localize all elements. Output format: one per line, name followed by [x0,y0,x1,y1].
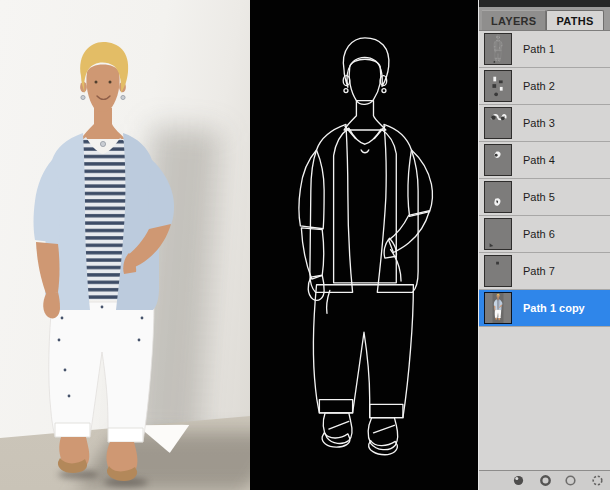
panel-footer [479,470,610,490]
work-path-icon[interactable] [591,474,604,487]
tab-layers[interactable]: LAYERS [482,10,546,30]
panel-top-strip [479,0,610,7]
dot-top-thumb[interactable] [484,255,512,287]
path-label: Path 6 [523,228,555,240]
path-label: Path 1 copy [523,302,585,314]
path-row-7[interactable]: Path 7 [479,253,610,290]
necklace-pendant [100,141,105,146]
paths-panel: LAYERS PATHS Path 1 Path 2 Path 3 [478,0,610,490]
path-row-1-copy[interactable]: Path 1 copy [479,290,610,327]
path-row-6[interactable]: Path 6 [479,216,610,253]
model-figure [2,40,202,490]
path-label: Path 4 [523,154,555,166]
path-row-2[interactable]: Path 2 [479,68,610,105]
tab-paths[interactable]: PATHS [546,10,603,30]
path-label: Path 7 [523,265,555,277]
path-label: Path 5 [523,191,555,203]
panel-empty-area [479,327,610,470]
path-label: Path 1 [523,43,555,55]
fragments-thumb[interactable] [484,70,512,102]
path-label: Path 3 [523,117,555,129]
small-blob-thumb[interactable] [484,144,512,176]
figure-outline [269,36,459,487]
dot-bottom-left-thumb[interactable] [484,218,512,250]
app-window: LAYERS PATHS Path 1 Path 2 Path 3 [0,0,610,490]
paths-list: Path 1 Path 2 Path 3 Path 4 [479,31,610,327]
path-outline-canvas[interactable] [250,0,478,490]
load-selection-icon[interactable] [564,474,577,487]
path-label: Path 2 [523,80,555,92]
figure-outline-thumb[interactable] [484,33,512,65]
path-row-1[interactable]: Path 1 [479,31,610,68]
path-row-4[interactable]: Path 4 [479,142,610,179]
squiggle-thumb[interactable] [484,107,512,139]
blob-bottom-thumb[interactable] [484,181,512,213]
panel-tab-bar: LAYERS PATHS [479,7,610,31]
reference-photo [0,0,250,490]
path-row-3[interactable]: Path 3 [479,105,610,142]
figure-photo-thumb[interactable] [484,292,512,324]
path-row-5[interactable]: Path 5 [479,179,610,216]
fill-path-icon[interactable] [512,474,525,487]
stroke-path-icon[interactable] [539,474,552,487]
